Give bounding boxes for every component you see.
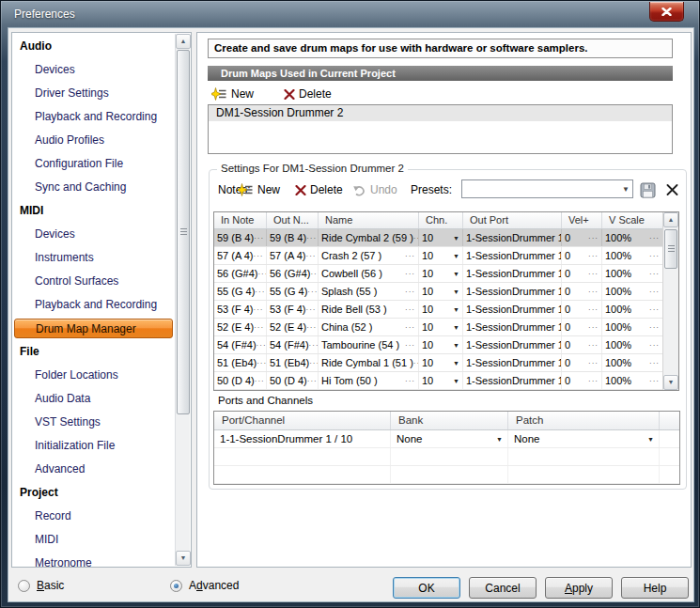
help-button[interactable]: Help bbox=[621, 577, 689, 599]
cell-dropdown-arrow-icon[interactable]: ▼ bbox=[453, 360, 460, 366]
cancel-button[interactable]: Cancel bbox=[469, 577, 537, 599]
note-cell-out-n[interactable]: 59 (B 4)··· bbox=[267, 229, 319, 246]
note-cell-out-port[interactable]: 1-SessionDrummer 1▼ bbox=[463, 336, 562, 353]
note-table-row[interactable]: 53 (F 4)···53 (F 4)···Ride Bell (53 )···… bbox=[214, 301, 662, 319]
undo-button[interactable]: Undo bbox=[352, 179, 397, 200]
note-cell-v-scale[interactable]: 100%··· bbox=[602, 336, 662, 353]
note-cell-vel[interactable]: 0··· bbox=[562, 319, 602, 335]
port-channel-cell[interactable] bbox=[214, 466, 391, 483]
note-cell-chn[interactable]: 10▼ bbox=[419, 354, 463, 371]
cell-spinner-handle-icon[interactable]: ··· bbox=[309, 359, 319, 367]
note-table-row[interactable]: 50 (D 4)···50 (D 4)···Hi Tom (50 )···10▼… bbox=[214, 372, 662, 390]
cell-spinner-handle-icon[interactable]: ··· bbox=[588, 305, 599, 314]
radio-button-icon[interactable] bbox=[170, 580, 182, 592]
note-cell-vel[interactable]: 0··· bbox=[562, 283, 602, 300]
note-cell-chn[interactable]: 10▼ bbox=[419, 265, 463, 282]
sidebar-item-audio-profiles[interactable]: Audio Profiles bbox=[12, 129, 175, 152]
sidebar-item-audio-data[interactable]: Audio Data bbox=[12, 387, 175, 411]
column-header-bank[interactable]: Bank bbox=[391, 412, 508, 429]
cell-spinner-handle-icon[interactable]: ··· bbox=[307, 288, 319, 296]
note-table-row[interactable]: 55 (G 4)···55 (G 4)···Splash (55 )···10▼… bbox=[214, 283, 662, 301]
column-header-v-scale[interactable]: V Scale bbox=[602, 212, 662, 228]
cell-spinner-handle-icon[interactable]: ··· bbox=[649, 270, 661, 278]
column-header-out-n[interactable]: Out N... bbox=[267, 212, 319, 228]
sidebar-scrollbar[interactable]: ▲ ▼ bbox=[175, 34, 190, 566]
note-cell-out-port[interactable]: 1-SessionDrummer 1▼ bbox=[463, 265, 562, 282]
note-cell-in-note[interactable]: 59 (B 4)··· bbox=[214, 229, 267, 246]
cell-spinner-handle-icon[interactable]: ··· bbox=[649, 305, 661, 314]
cell-dropdown-arrow-icon[interactable]: ▼ bbox=[453, 253, 460, 259]
note-cell-v-scale[interactable]: 100%··· bbox=[602, 265, 662, 282]
note-cell-v-scale[interactable]: 100%··· bbox=[602, 247, 662, 264]
port-channel-cell[interactable]: 1-1-SessionDrummer 1 / 10 bbox=[214, 430, 391, 447]
cell-spinner-handle-icon[interactable]: ··· bbox=[649, 359, 661, 367]
cell-spinner-handle-icon[interactable]: ··· bbox=[405, 252, 416, 260]
note-cell-vel[interactable]: 0··· bbox=[562, 247, 602, 264]
note-cell-out-port[interactable]: 1-SessionDrummer 1▼ bbox=[463, 247, 562, 264]
note-cell-name[interactable]: Ride Bell (53 )··· bbox=[319, 301, 419, 318]
note-cell-in-note[interactable]: 53 (F 4)··· bbox=[214, 301, 267, 318]
drum-map-list-item[interactable]: DM1-Session Drummer 2 bbox=[209, 105, 672, 121]
cell-spinner-handle-icon[interactable]: ··· bbox=[306, 252, 318, 260]
note-cell-v-scale[interactable]: 100%··· bbox=[602, 372, 662, 389]
note-cell-vel[interactable]: 0··· bbox=[562, 372, 602, 389]
patch-cell[interactable]: None▼ bbox=[508, 430, 660, 447]
sidebar-item-record[interactable]: Record bbox=[12, 505, 175, 528]
sidebar-item-devices[interactable]: Devices bbox=[12, 58, 175, 82]
cell-spinner-handle-icon[interactable]: ··· bbox=[588, 288, 599, 296]
scroll-up-icon[interactable]: ▲ bbox=[663, 212, 678, 227]
note-cell-name[interactable]: Ride Cymbal 1 (51 )··· bbox=[319, 354, 419, 371]
note-cell-out-port[interactable]: 1-SessionDrummer 1▼ bbox=[463, 301, 562, 318]
presets-input[interactable] bbox=[464, 181, 614, 196]
note-cell-vel[interactable]: 0··· bbox=[562, 301, 602, 318]
note-cell-chn[interactable]: 10▼ bbox=[419, 372, 463, 389]
sidebar-item-midi[interactable]: MIDI bbox=[12, 199, 175, 223]
ports-table-row[interactable] bbox=[214, 448, 679, 466]
ports-table-row[interactable]: 1-1-SessionDrummer 1 / 10None▼None▼ bbox=[214, 430, 679, 448]
column-header-vel[interactable]: Vel+ bbox=[562, 212, 602, 228]
note-cell-out-n[interactable]: 53 (F 4)··· bbox=[267, 301, 319, 318]
note-cell-name[interactable]: China (52 )··· bbox=[319, 319, 419, 335]
note-cell-vel[interactable]: 0··· bbox=[562, 265, 602, 282]
cell-spinner-handle-icon[interactable]: ··· bbox=[255, 377, 266, 385]
cell-spinner-handle-icon[interactable]: ··· bbox=[306, 323, 318, 332]
delete-note-button[interactable]: Delete bbox=[295, 179, 343, 200]
cell-dropdown-arrow-icon[interactable]: ▼ bbox=[453, 342, 460, 349]
cell-spinner-handle-icon[interactable]: ··· bbox=[309, 341, 319, 350]
note-cell-out-port[interactable]: 1-SessionDrummer 1▼ bbox=[463, 319, 562, 335]
presets-combobox[interactable]: ▼ bbox=[461, 179, 633, 198]
new-map-button[interactable]: New bbox=[211, 87, 254, 101]
note-table-row[interactable]: 51 (Eb4)···51 (Eb4)···Ride Cymbal 1 (51 … bbox=[214, 354, 662, 372]
cell-spinner-handle-icon[interactable]: ··· bbox=[307, 377, 319, 385]
cell-spinner-handle-icon[interactable]: ··· bbox=[306, 305, 318, 314]
delete-map-button[interactable]: Delete bbox=[284, 87, 332, 101]
cell-spinner-handle-icon[interactable]: ··· bbox=[405, 270, 416, 278]
sidebar-item-advanced[interactable]: Advanced bbox=[12, 458, 175, 481]
note-cell-chn[interactable]: 10▼ bbox=[419, 283, 463, 300]
note-cell-chn[interactable]: 10▼ bbox=[419, 229, 463, 246]
bank-cell[interactable] bbox=[391, 466, 508, 483]
column-header-patch[interactable]: Patch bbox=[508, 412, 660, 429]
note-cell-out-port[interactable]: 1-SessionDrummer 1▼ bbox=[463, 283, 562, 300]
cell-dropdown-arrow-icon[interactable]: ▼ bbox=[496, 436, 504, 443]
scroll-down-icon[interactable]: ▼ bbox=[663, 375, 678, 390]
scroll-up-icon[interactable]: ▲ bbox=[176, 34, 191, 49]
cell-spinner-handle-icon[interactable]: ··· bbox=[649, 252, 661, 260]
note-cell-in-note[interactable]: 52 (E 4)··· bbox=[214, 319, 267, 335]
cell-spinner-handle-icon[interactable]: ··· bbox=[588, 341, 599, 350]
save-preset-button[interactable] bbox=[640, 179, 656, 200]
note-table-row[interactable]: 56 (G#4)···56 (G#4)···Cowbell (56 )···10… bbox=[214, 265, 662, 283]
port-channel-cell[interactable] bbox=[214, 448, 391, 465]
sidebar-item-instruments[interactable]: Instruments bbox=[12, 246, 175, 270]
sidebar-item-playback-and-recording[interactable]: Playback and Recording bbox=[12, 105, 175, 129]
note-table-row[interactable]: 54 (F#4)···54 (F#4)···Tambourine (54 )··… bbox=[214, 336, 662, 354]
close-button[interactable] bbox=[649, 2, 684, 22]
cell-dropdown-arrow-icon[interactable]: ▼ bbox=[453, 378, 460, 384]
cell-spinner-handle-icon[interactable]: ··· bbox=[254, 305, 265, 314]
note-cell-chn[interactable]: 10▼ bbox=[419, 319, 463, 335]
cell-dropdown-arrow-icon[interactable]: ▼ bbox=[453, 324, 460, 331]
cell-spinner-handle-icon[interactable]: ··· bbox=[254, 252, 265, 260]
sidebar-item-midi[interactable]: MIDI bbox=[12, 528, 175, 552]
note-table-scrollbar[interactable]: ▲ ▼ bbox=[662, 212, 678, 390]
note-cell-vel[interactable]: 0··· bbox=[562, 336, 602, 353]
